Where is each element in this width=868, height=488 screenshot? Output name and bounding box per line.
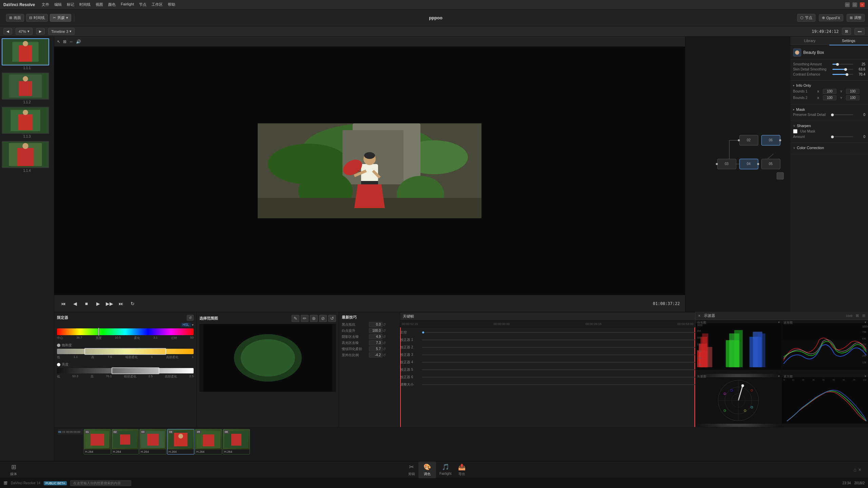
contrast-enhance-track[interactable] xyxy=(832,74,853,75)
menu-node[interactable]: 节点 xyxy=(139,2,146,7)
inout-ratio-input[interactable] xyxy=(369,352,382,358)
shadow-denoise-reset[interactable]: ↺ xyxy=(382,334,386,339)
stop-button[interactable]: ■ xyxy=(82,300,91,308)
zoom-button[interactable]: 47% ▾ xyxy=(16,28,33,35)
settings-tab[interactable]: Settings xyxy=(829,37,868,45)
timeline-clip-06[interactable]: 06 H.264 xyxy=(223,429,250,454)
thumbnail-item-1[interactable]: 1.1.1 xyxy=(2,38,52,70)
settings-bottom-button[interactable]: × xyxy=(859,467,861,472)
prev-clip-button[interactable]: ◀ xyxy=(3,28,12,35)
color-tab-icon: 🎨 xyxy=(423,463,431,471)
menu-help[interactable]: 帮助 xyxy=(168,2,175,7)
maximize-button[interactable]: □ xyxy=(852,2,857,7)
fullscreen-button[interactable]: ⊠ xyxy=(842,28,851,35)
timeline-clip-01[interactable]: 01 H.264 xyxy=(84,429,111,454)
media-tab[interactable]: ⊞ 媒体 xyxy=(7,462,20,478)
layout-button[interactable]: ⊞ 调整 xyxy=(847,14,865,22)
audio-button[interactable]: 🔊 xyxy=(76,39,81,44)
skip-to-end-button[interactable]: ⏭ xyxy=(117,300,125,308)
histogram-dropdown[interactable]: ▾ xyxy=(865,374,866,378)
inout-ratio-reset[interactable]: ↺ xyxy=(382,353,386,358)
waveform-dropdown[interactable]: ▾ xyxy=(865,321,866,324)
bounds2-x-input[interactable] xyxy=(823,95,836,100)
menu-view[interactable]: 视图 xyxy=(96,2,103,7)
timeline-tab-button[interactable]: ⊟ 时间线 xyxy=(26,14,48,22)
library-tab[interactable]: Library xyxy=(790,37,829,45)
scope-close-button[interactable]: × xyxy=(698,313,701,318)
transform-tool-button[interactable]: ↔ xyxy=(69,39,73,44)
timeline-name-button[interactable]: Timeline 3 ▾ xyxy=(48,28,75,35)
media-tab-button[interactable]: ⊞ 画面 xyxy=(6,14,24,22)
scope-expand-button[interactable]: ⊞ xyxy=(862,313,865,318)
menu-color[interactable]: 颜色 xyxy=(108,2,116,7)
hue-bar[interactable] xyxy=(57,328,194,335)
vectorscope-dropdown[interactable]: ▾ xyxy=(778,321,780,324)
skin-detail-track[interactable] xyxy=(832,69,853,70)
bounds2-y-input[interactable] xyxy=(846,95,860,100)
menu-mark[interactable]: 标记 xyxy=(67,2,74,7)
node-button[interactable]: ⬡ 节点 xyxy=(797,14,815,22)
mask-header[interactable]: ▸ Mask xyxy=(793,107,865,111)
cursor-tool-button[interactable]: ↖ xyxy=(57,39,60,44)
play-button[interactable]: ▶ xyxy=(94,300,102,308)
sharpen-feather-reset[interactable]: ↺ xyxy=(382,347,386,351)
thumbnail-item-3[interactable]: 1.1.3 xyxy=(2,107,52,138)
skip-to-start-button[interactable]: ⏮ xyxy=(59,300,67,308)
timeline-clip-04[interactable]: 04 H.264 xyxy=(167,429,194,454)
menu-workspace[interactable]: 工作区 xyxy=(152,2,163,7)
loop-button[interactable]: ↻ xyxy=(129,300,137,308)
highlight-tool-button[interactable]: ✎ xyxy=(292,315,299,322)
home-button[interactable]: ⌂ xyxy=(853,467,856,472)
pen-tool-button[interactable]: ✏ xyxy=(301,315,309,322)
thumbnail-item-4[interactable]: 1.1.4 xyxy=(2,141,52,172)
sat-bar[interactable] xyxy=(57,349,194,354)
erase-tool-button[interactable]: ⊘ xyxy=(319,315,327,322)
vectorscope2-dropdown[interactable]: ▾ xyxy=(778,374,780,378)
step-back-button[interactable]: ◀ xyxy=(71,300,79,308)
wand-tool-button[interactable]: ⊛ xyxy=(310,315,318,322)
timeline-clip-02[interactable]: 02 H.264 xyxy=(112,429,139,454)
use-mask-checkbox[interactable] xyxy=(793,129,797,134)
menu-fairlight[interactable]: Fairlight xyxy=(121,2,134,7)
lum-bar[interactable] xyxy=(57,368,194,373)
openfx-button[interactable]: ⊕ OpenFX xyxy=(819,14,843,21)
color-correction-header[interactable]: ∨ Color Correction xyxy=(793,146,865,150)
amount-track[interactable] xyxy=(832,136,853,137)
menu-timeline[interactable]: 时间线 xyxy=(79,2,91,7)
sharpen-feather-input[interactable] xyxy=(369,346,382,351)
close-button[interactable]: × xyxy=(860,2,865,7)
menu-file[interactable]: 文件 xyxy=(42,2,49,7)
bounds1-y-input[interactable] xyxy=(846,89,860,94)
status-search-input[interactable] xyxy=(70,480,131,486)
cut-tab-button[interactable]: ✂ 男媛 ▾ xyxy=(50,14,71,22)
hsl-dropdown-icon[interactable]: ▾ xyxy=(192,323,194,327)
white-lift-input[interactable] xyxy=(369,328,382,333)
info-only-header[interactable]: ▸ Info Only xyxy=(793,83,865,87)
black-resist-input[interactable] xyxy=(369,322,382,327)
minimize-button[interactable]: — xyxy=(845,2,850,7)
shadow-denoise-input[interactable] xyxy=(369,334,382,339)
timeline-clip-05[interactable]: 05 H.264 xyxy=(195,429,222,454)
more-options-button[interactable]: ••• xyxy=(854,28,865,35)
export-tab[interactable]: 📤 导出 xyxy=(455,462,469,478)
cut-tab[interactable]: ✂ 剪辑 xyxy=(405,462,418,478)
color-tab[interactable]: 🎨 调色 xyxy=(418,462,436,478)
sharpen-header[interactable]: ∨ Sharpen xyxy=(793,124,865,128)
next-clip-button[interactable]: ▶ xyxy=(36,28,45,35)
thumbnail-item-2[interactable]: 1.1.2 xyxy=(2,73,52,104)
crop-tool-button[interactable]: ⊠ xyxy=(63,39,66,44)
bounds1-x-input[interactable] xyxy=(823,89,836,94)
highlight-denoise-input[interactable] xyxy=(369,340,382,345)
fairlight-tab[interactable]: 🎵 Fairlight xyxy=(436,462,455,478)
scope-fit-button[interactable]: ⊠ xyxy=(856,313,859,318)
highlight-denoise-reset[interactable]: ↺ xyxy=(382,341,386,345)
reset-button[interactable]: ↺ xyxy=(187,315,194,321)
step-forward-button[interactable]: ▶▶ xyxy=(105,300,114,308)
preserve-track[interactable] xyxy=(832,114,853,115)
black-resist-reset[interactable]: ↺ xyxy=(382,322,386,327)
refresh-button[interactable]: ↺ xyxy=(328,315,336,322)
smoothing-amount-track[interactable] xyxy=(832,64,853,65)
white-lift-reset[interactable]: ↺ xyxy=(382,328,386,333)
menu-edit[interactable]: 编辑 xyxy=(54,2,62,7)
timeline-clip-03[interactable]: 03 H.264 xyxy=(139,429,166,454)
